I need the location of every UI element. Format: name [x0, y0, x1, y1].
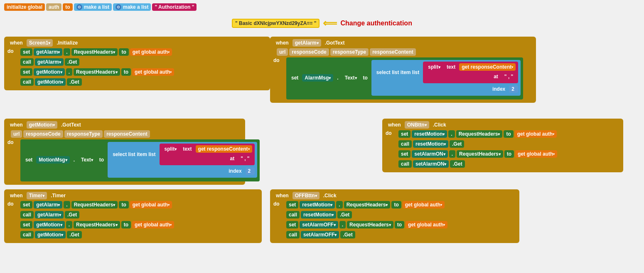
reqheaders-t1[interactable]: RequestHeaders: [71, 201, 118, 208]
do-label-ga: do: [273, 57, 285, 63]
resetmotion-call-on[interactable]: resetMotion: [413, 140, 448, 148]
split-block-ga: split text get responseContent ▾ at " , …: [423, 62, 518, 83]
set-alarmmsg: set: [289, 74, 301, 82]
initialize-event: .Initialize: [54, 39, 80, 47]
basic-string-block: " Basic dXNlcjpwYXNzd29yZA== ": [232, 19, 320, 28]
text-prop-ga[interactable]: Text: [342, 74, 359, 82]
reqheaders-on2[interactable]: RequestHeaders: [457, 150, 503, 158]
call-getmotion-t: call: [20, 231, 34, 238]
resetmotion-call-off[interactable]: resetMotion: [301, 211, 336, 218]
responsecontent-param-ga: responseContent: [370, 48, 416, 56]
getalarm-event-comp[interactable]: getAlarm: [293, 39, 321, 47]
split-label-ga: split: [425, 63, 443, 71]
set-getmotion-reqheaders-1: set: [20, 68, 32, 76]
alarmmsg-comp[interactable]: AlarmMsg: [302, 74, 333, 82]
getalarm-comp-1[interactable]: getAlarm: [34, 48, 62, 56]
when-screen1-container: when Screen1 .Initialize do set getAlarm…: [4, 37, 270, 90]
responsecontent-param-gm: responseContent: [104, 130, 150, 138]
to-off2: to: [395, 221, 404, 228]
setalarmoff-get: .Get: [340, 231, 355, 238]
do-label-on: do: [386, 130, 397, 136]
set-motionmsg: set: [23, 156, 35, 164]
do-label-gm: do: [7, 139, 19, 145]
getalarm-comp-t[interactable]: getAlarm: [34, 201, 62, 208]
reqheaders-1[interactable]: RequestHeaders: [71, 48, 118, 56]
when-label-timer: when: [7, 192, 25, 199]
responsecode-param-ga: responseCode: [289, 48, 329, 56]
setalarm-on-comp[interactable]: setAlarmON: [412, 150, 447, 158]
auth-var: auth: [46, 3, 61, 11]
when-label-s1: when: [7, 39, 25, 47]
index-label-gm: index: [226, 167, 244, 175]
select-list-block-ga: select list item list split text get res…: [371, 60, 521, 96]
index-val-gm: 2: [246, 167, 255, 175]
when-timer-container: when Timer .Timer do set getAlarm . Requ…: [4, 189, 262, 243]
set-getalarm-t: set: [20, 201, 32, 208]
reqheaders-t2[interactable]: RequestHeaders: [74, 221, 120, 228]
do-label-s1: do: [7, 48, 19, 54]
resetmotion-comp-off[interactable]: resetMotion: [300, 201, 335, 208]
responsetype-param-gm: responseType: [64, 130, 103, 138]
authorization-string: " Authorization ": [152, 3, 197, 11]
dot-gm: .: [71, 156, 77, 164]
getalarm-call-comp-1[interactable]: getAlarm: [35, 58, 64, 66]
timer-comp[interactable]: Timer: [27, 192, 47, 199]
dot-ga: .: [334, 74, 341, 82]
set-resetmotion-off: set: [286, 201, 298, 208]
call-resetmotion-off: call: [286, 211, 300, 218]
select-list-label-ga: select list item list: [374, 69, 422, 76]
url-param-gm: url: [11, 130, 22, 138]
get-global-auth-t2: get global auth ▾: [132, 221, 174, 228]
getmotion-comp-1[interactable]: getMotion: [34, 68, 64, 76]
when-getmotion-container: when getMotion .GotText url responseCode…: [4, 119, 245, 185]
call-setalarm-on: call: [398, 160, 412, 168]
setalarm-on-call[interactable]: setAlarmON: [413, 160, 449, 168]
reqheaders-off2[interactable]: RequestHeaders: [347, 221, 393, 228]
setalarmoff-comp[interactable]: setAlarmOFF: [300, 221, 338, 228]
resetmotion-comp-on[interactable]: resetMotion: [412, 130, 447, 138]
when-label-on: when: [386, 121, 403, 129]
set-setalarm-off: set: [286, 221, 298, 228]
resetmotion-get-off: .Get: [337, 211, 352, 218]
onbttn-comp[interactable]: ONBttn: [405, 121, 429, 129]
when-label-ga: when: [273, 39, 291, 47]
reqheaders-off1[interactable]: RequestHeaders: [344, 201, 391, 208]
at-label-ga: at: [491, 73, 501, 80]
getmotion-get-1: .Get: [67, 78, 81, 86]
reqheaders-on1[interactable]: RequestHeaders: [456, 130, 503, 138]
blocks-canvas: initialize global auth to ⊙ make a list …: [0, 0, 644, 273]
at-label-gm: at: [228, 155, 237, 162]
set-setalarm-on: set: [398, 150, 410, 158]
to-off1: to: [391, 201, 401, 208]
getmotion-call-comp-1[interactable]: getMotion: [35, 78, 66, 86]
motionmsg-comp[interactable]: MotionMsg: [36, 156, 69, 164]
dot-off2: .: [339, 221, 346, 228]
timer-event: .Timer: [48, 192, 68, 199]
getalarm-get-1: .Get: [65, 58, 79, 66]
offbttn-comp[interactable]: OFFBttn: [293, 192, 320, 199]
change-auth-label: Change authentication: [340, 20, 412, 27]
get-global-auth-1: get global auth ▾: [130, 48, 172, 56]
gottext-event-ga: .GotText: [322, 39, 347, 47]
get-responsecontent-ga: get responseContent ▾: [459, 63, 516, 71]
select-list-label-gm: select list item list: [110, 151, 158, 158]
when-offbttn-container: when OFFBttn .Click do set resetMotion .…: [270, 189, 519, 243]
getmotion-comp-t[interactable]: getMotion: [34, 221, 64, 228]
getalarm-call-t[interactable]: getAlarm: [35, 211, 64, 218]
to-1: to: [119, 48, 128, 56]
comma-string-gm: " , ": [238, 155, 252, 162]
dot-off1: .: [336, 201, 342, 208]
getmotion-call-t[interactable]: getMotion: [35, 231, 66, 238]
text-prop-gm[interactable]: Text: [79, 156, 96, 164]
screen1-comp[interactable]: Screen1: [27, 39, 53, 47]
set-motionmsg-block: set MotionMsg . Text to select list item…: [20, 139, 260, 181]
responsetype-param-ga: responseType: [330, 48, 369, 56]
to-on1: to: [504, 130, 513, 138]
getmotion-get-t: .Get: [67, 231, 81, 238]
get-global-auth-off2: get global auth ▾: [406, 221, 447, 228]
select-list-block-gm: select list item list split text get res…: [108, 142, 257, 178]
setalarmoff-call[interactable]: setAlarmOFF: [301, 231, 339, 238]
reqheaders-2[interactable]: RequestHeaders: [74, 68, 120, 76]
click-event-on: .Click: [430, 121, 449, 129]
getmotion-event-comp[interactable]: getMotion: [27, 121, 57, 129]
